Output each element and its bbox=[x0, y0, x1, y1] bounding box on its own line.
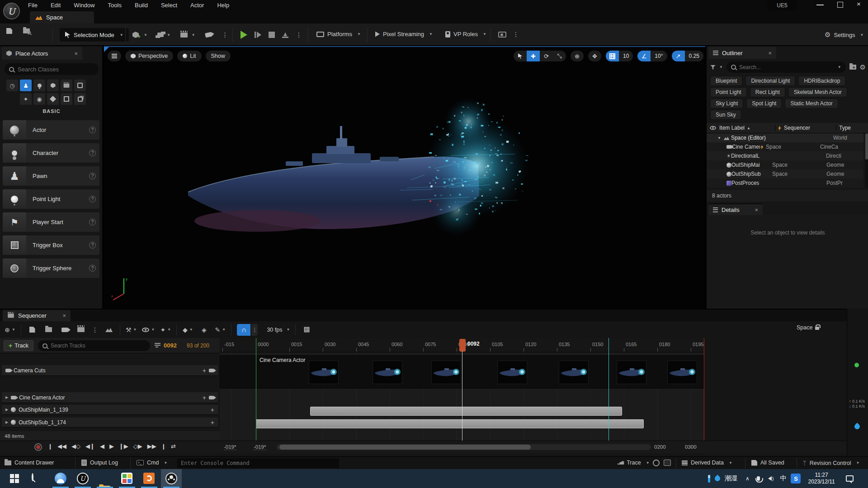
unreal-logo-icon[interactable]: U bbox=[3, 3, 20, 19]
add-camera-cut-icon[interactable]: + bbox=[203, 367, 206, 374]
taskbar-qq-browser-icon[interactable] bbox=[55, 473, 66, 484]
settings-dropdown[interactable]: ⚙Settings▼ bbox=[825, 31, 863, 39]
play-button[interactable] bbox=[241, 31, 247, 39]
view-start-value[interactable]: -019* bbox=[254, 444, 266, 450]
create-camera-button[interactable] bbox=[59, 324, 70, 335]
keyframe-options-dropdown[interactable]: ◆▼ bbox=[182, 324, 193, 335]
vp-roles-dropdown[interactable]: VP Roles▼ bbox=[445, 31, 486, 38]
help-icon[interactable]: ? bbox=[89, 196, 96, 202]
close-button[interactable]: × bbox=[857, 0, 861, 8]
tools-dropdown[interactable]: ⚒▼ bbox=[126, 324, 137, 335]
pixel-streaming-dropdown[interactable]: Pixel Streaming▼ bbox=[375, 31, 433, 38]
category-geometry-icon[interactable] bbox=[47, 93, 59, 105]
camera-cut-thumbnail[interactable] bbox=[559, 361, 589, 384]
outliner-search-box[interactable]: ▼ bbox=[726, 61, 846, 73]
menu-actor[interactable]: Actor bbox=[190, 2, 204, 9]
close-icon[interactable]: × bbox=[755, 206, 758, 213]
microphone-icon[interactable] bbox=[757, 476, 760, 481]
category-cinematic-icon[interactable] bbox=[61, 80, 72, 91]
filter-chip[interactable]: Directional Light bbox=[745, 76, 795, 86]
category-visual-effects-icon[interactable]: ✦ bbox=[20, 93, 32, 105]
output-log-button[interactable]: Output Log bbox=[81, 460, 118, 466]
help-icon[interactable]: ? bbox=[89, 265, 96, 272]
category-media-icon[interactable] bbox=[74, 80, 86, 91]
filter-chip[interactable]: HDRIBackdrop bbox=[798, 76, 845, 86]
column-type[interactable]: Type bbox=[836, 125, 868, 131]
tray-expand-icon[interactable]: ∧ bbox=[745, 475, 750, 482]
platforms-dropdown[interactable]: Platforms▼ bbox=[316, 31, 361, 38]
help-icon[interactable]: ? bbox=[89, 242, 96, 249]
browse-sequence-button[interactable] bbox=[43, 324, 54, 335]
step-back-button[interactable]: ◀❙ bbox=[85, 443, 95, 450]
fps-dropdown[interactable]: 30 fps▼ bbox=[267, 327, 290, 333]
outliner-row-postprocess[interactable]: PostProces PostPr bbox=[707, 178, 863, 188]
outliner-scrollbar[interactable] bbox=[865, 133, 868, 188]
camera-cut-thumbnail[interactable] bbox=[431, 361, 461, 384]
move-tool-button[interactable]: ✚ bbox=[527, 51, 540, 61]
track-camera-cuts[interactable]: Camera Cuts + bbox=[2, 365, 218, 376]
view-end-value[interactable]: 0300 bbox=[685, 444, 697, 450]
perspective-dropdown[interactable]: Perspective bbox=[125, 51, 173, 61]
category-physics-icon[interactable]: ◉ bbox=[33, 93, 45, 105]
timeline-scrollbar[interactable] bbox=[277, 444, 651, 450]
close-icon[interactable]: × bbox=[768, 50, 772, 56]
outliner-search-input[interactable] bbox=[739, 64, 833, 70]
search-tracks-input[interactable] bbox=[51, 343, 146, 349]
eject-button[interactable]: ▲ bbox=[282, 32, 288, 38]
rotation-snap-toggle[interactable]: ∠ bbox=[637, 51, 651, 61]
expand-caret-icon[interactable]: ▼ bbox=[717, 136, 721, 140]
place-actor-item-actor[interactable]: Actor ? bbox=[3, 120, 99, 140]
menu-tools[interactable]: Tools bbox=[108, 2, 122, 9]
level-tab-space[interactable]: Space bbox=[30, 11, 94, 23]
derived-data-dropdown[interactable]: Derived Data▼ bbox=[682, 460, 732, 466]
place-actor-item-trigger-sphere[interactable]: Trigger Sphere ? bbox=[3, 258, 99, 278]
range-start-value[interactable]: -019* bbox=[224, 444, 236, 450]
toolbar-right-overflow[interactable]: ⋮ bbox=[513, 31, 519, 38]
view-options-dropdown[interactable]: ▼ bbox=[142, 324, 155, 335]
rotate-tool-button[interactable]: ⟳ bbox=[540, 51, 553, 61]
lock-camera-icon[interactable] bbox=[209, 369, 214, 372]
snapshot-indicator-icon[interactable] bbox=[664, 460, 671, 466]
weather-label[interactable]: 潮湿 bbox=[725, 474, 737, 483]
outliner-row-space[interactable]: ▼ Space (Editor) World bbox=[707, 133, 863, 142]
show-dropdown[interactable]: Show bbox=[206, 51, 231, 61]
toolbar-overflow-menu[interactable]: ⋮ bbox=[222, 31, 228, 38]
track-filter-icon[interactable] bbox=[155, 343, 160, 348]
selection-mode-dropdown[interactable]: Selection Mode ▼ bbox=[60, 28, 129, 42]
add-section-icon[interactable]: + bbox=[203, 394, 206, 401]
menu-window[interactable]: Window bbox=[74, 2, 94, 9]
taskbar-obs-active-bg[interactable] bbox=[161, 469, 182, 488]
console-command-box[interactable] bbox=[177, 458, 339, 468]
menu-edit[interactable]: Edit bbox=[51, 2, 61, 9]
auto-key-button[interactable]: ◈ bbox=[198, 324, 209, 335]
maximize-button[interactable] bbox=[837, 2, 843, 8]
rotation-snap-value[interactable]: 10° bbox=[651, 51, 667, 61]
set-start-bracket-button[interactable]: ❙ bbox=[48, 443, 52, 450]
column-item-label[interactable]: Item Label▲ bbox=[719, 125, 775, 131]
outliner-row-outshipsub[interactable]: OutShipSub Space Geome bbox=[707, 169, 863, 178]
close-icon[interactable]: × bbox=[74, 50, 78, 57]
surface-snapping-button[interactable]: ✥ bbox=[588, 51, 601, 61]
place-actors-tab[interactable]: Place Actors × bbox=[2, 47, 82, 60]
filter-chip[interactable]: Blueprint bbox=[710, 76, 742, 86]
content-browser-button[interactable] bbox=[23, 28, 30, 33]
current-frame-value[interactable]: 0092 bbox=[164, 342, 177, 349]
loop-toggle-button[interactable]: ⇄ bbox=[171, 443, 176, 450]
outliner-settings-icon[interactable]: ⚙ bbox=[860, 63, 866, 71]
burn-in-button[interactable] bbox=[104, 324, 114, 335]
filter-chip[interactable]: Skeletal Mesh Actor bbox=[788, 87, 847, 97]
record-button[interactable] bbox=[34, 443, 42, 451]
all-saved-button[interactable]: All Saved bbox=[751, 460, 784, 466]
world-local-toggle[interactable]: ⊕ bbox=[571, 51, 584, 61]
filter-chip[interactable]: Static Mesh Actor bbox=[785, 99, 838, 108]
viewport[interactable]: Perspective Lit Show ✚ ⟳ ⤡ ⊕ ✥ 10 ∠ 10° bbox=[104, 46, 705, 309]
category-volumes-icon[interactable] bbox=[61, 93, 72, 105]
minimize-button[interactable] bbox=[816, 5, 824, 5]
world-dropdown[interactable]: ⊕▼ bbox=[5, 324, 15, 335]
play-options-menu[interactable]: ⋮ bbox=[296, 31, 302, 38]
revision-control-dropdown[interactable]: ᛘRevision Control▼ bbox=[803, 460, 859, 466]
playback-options-dropdown[interactable]: ✦▼ bbox=[160, 324, 171, 335]
select-tool-button[interactable] bbox=[514, 51, 527, 61]
expand-caret-icon[interactable]: ▶ bbox=[5, 420, 8, 424]
search-classes-box[interactable] bbox=[5, 63, 99, 75]
